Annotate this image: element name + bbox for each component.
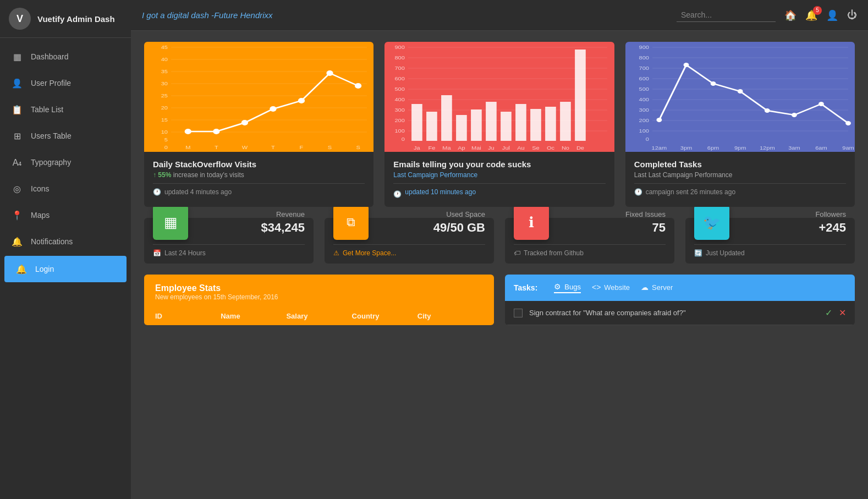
task-text-1: Sign contract for "What are companies af… — [529, 309, 818, 317]
chart-footer-emails: 🕐 updated 10 minutes ago — [393, 183, 605, 200]
svg-text:0: 0 — [645, 136, 649, 142]
stat-label-space: Used Space — [376, 210, 485, 218]
icons-nav-icon: ◎ — [11, 183, 23, 195]
stat-values-revenue: Revenue $34,245 — [196, 210, 305, 235]
svg-point-29 — [298, 98, 305, 103]
employee-table-header: ID Name Salary Country City — [144, 308, 494, 325]
col-city: City — [417, 312, 483, 320]
svg-text:45: 45 — [161, 45, 168, 50]
svg-point-98 — [765, 108, 770, 113]
sidebar-item-user-profile[interactable]: 👤 User Profile — [0, 70, 131, 96]
chart-footer-visits: 🕐 updated 4 minutes ago — [153, 183, 365, 196]
svg-rect-52 — [426, 112, 437, 141]
clock-icon-emails: 🕐 — [393, 190, 402, 198]
stat-number-issues: 75 — [557, 221, 666, 235]
sidebar-item-notifications[interactable]: 🔔 Notifications — [0, 228, 131, 255]
svg-text:S: S — [356, 145, 360, 150]
chart-subtitle-visits: ↑ 55% increase in today's visits — [153, 171, 365, 179]
maps-nav-label: Maps — [31, 211, 50, 220]
tab-bugs-label: Bugs — [564, 283, 581, 291]
svg-text:300: 300 — [639, 107, 649, 113]
svg-text:15: 15 — [161, 117, 168, 123]
sidebar-item-table-list[interactable]: 📋 Table List — [0, 96, 131, 123]
svg-point-25 — [185, 129, 191, 134]
users-table-nav-label: Users Table — [31, 131, 72, 140]
sidebar-item-maps[interactable]: 📍 Maps — [0, 202, 131, 228]
sidebar-item-login[interactable]: 🔔 Login — [4, 256, 127, 282]
clock-icon-tasks: 🕐 — [634, 188, 642, 196]
logo-icon: V — [9, 8, 31, 30]
chart-card-body-visits: Daily StackOverflow Visits ↑ 55% increas… — [144, 152, 373, 202]
svg-text:400: 400 — [395, 97, 405, 102]
search-input[interactable] — [677, 8, 776, 22]
footer-text-tasks: campaign sent 26 minutes ago — [646, 188, 735, 196]
chart-card-tasks: ⚙ 900 800 — [625, 42, 855, 207]
stat-footer-text-space: Get More Space... — [343, 249, 396, 257]
svg-rect-55 — [471, 109, 482, 141]
space-icon-box: ⧉ — [333, 205, 369, 240]
col-salary: Salary — [286, 312, 351, 320]
icons-nav-label: Icons — [31, 184, 49, 193]
login-nav-icon: 🔔 — [15, 263, 28, 275]
home-button[interactable]: 🏠 — [784, 9, 796, 21]
tab-bugs[interactable]: ⚙ Bugs — [554, 282, 581, 293]
svg-rect-61 — [560, 102, 571, 141]
svg-point-101 — [845, 121, 851, 125]
svg-text:Mai: Mai — [471, 145, 481, 151]
svg-text:Jul: Jul — [502, 145, 510, 151]
sidebar-item-icons[interactable]: ◎ Icons — [0, 176, 131, 202]
sidebar-item-users-table[interactable]: ⊞ Users Table — [0, 123, 131, 149]
stat-number-followers: +245 — [737, 221, 846, 235]
svg-text:200: 200 — [395, 118, 405, 123]
tab-website-label: Website — [604, 283, 630, 292]
svg-text:Au: Au — [518, 145, 525, 151]
power-button[interactable]: ⏻ — [847, 9, 857, 21]
task-checkbox-1[interactable] — [514, 309, 523, 317]
stat-card-top-issues: ℹ Fixed Issues 75 — [514, 205, 666, 240]
sidebar-logo: V Vuetify Admin Dash — [0, 0, 131, 38]
tab-server[interactable]: ☁ Server — [641, 283, 673, 293]
svg-text:T: T — [215, 145, 218, 150]
sidebar-item-dashboard[interactable]: ▦ Dashboard — [0, 43, 131, 70]
server-icon: ☁ — [641, 283, 649, 292]
main-content: I got a digital dash -Future Hendrixx 🏠 … — [131, 0, 868, 499]
svg-point-26 — [213, 129, 219, 134]
website-icon: <> — [592, 283, 601, 292]
svg-text:25: 25 — [161, 93, 168, 98]
svg-point-31 — [355, 83, 361, 89]
maps-nav-icon: 📍 — [11, 209, 23, 221]
svg-text:10: 10 — [161, 129, 168, 135]
notification-button[interactable]: 🔔 5 — [805, 9, 817, 21]
tab-website[interactable]: <> Website — [592, 283, 630, 293]
svg-text:De: De — [576, 145, 585, 151]
subtitle-text: increase in today's visits — [173, 171, 244, 179]
chart-card-emails: 900 800 700 600 500 400 300 200 100 0 — [384, 42, 614, 207]
chart-subtitle-emails: Last Campaign Performance — [393, 171, 605, 179]
employee-card-subtitle: New employees on 15th September, 2016 — [155, 293, 483, 301]
svg-point-96 — [710, 81, 716, 86]
task-delete-1[interactable]: ✕ — [839, 308, 846, 318]
task-approve-1[interactable]: ✓ — [825, 308, 832, 318]
svg-text:12am: 12am — [651, 145, 667, 151]
svg-text:9am: 9am — [842, 145, 854, 151]
topbar: I got a digital dash -Future Hendrixx 🏠 … — [131, 0, 868, 31]
refresh-icon: 🔄 — [694, 249, 702, 257]
notifications-nav-icon: 🔔 — [11, 235, 23, 248]
svg-text:M: M — [185, 145, 190, 150]
svg-point-28 — [270, 106, 276, 112]
svg-rect-60 — [545, 107, 556, 141]
typography-nav-label: Typography — [31, 158, 71, 167]
account-button[interactable]: 👤 — [826, 9, 838, 21]
svg-text:0: 0 — [402, 136, 405, 142]
svg-rect-54 — [456, 115, 467, 141]
stat-card-top-followers: 🐦 Followers +245 — [694, 205, 846, 240]
svg-text:Ma: Ma — [443, 145, 452, 151]
stat-footer-followers: 🔄 Just Updated — [694, 244, 846, 257]
col-country: Country — [352, 312, 417, 320]
chart-footer-tasks: 🕐 campaign sent 26 minutes ago — [634, 183, 846, 196]
footer-text: updated 4 minutes ago — [164, 188, 232, 196]
svg-text:900: 900 — [639, 45, 649, 50]
col-id: ID — [155, 312, 221, 320]
sidebar-item-typography[interactable]: A₄ Typography — [0, 149, 131, 176]
chart-card-body-tasks: Completed Tasks Last Last Campaign Perfo… — [625, 152, 855, 202]
